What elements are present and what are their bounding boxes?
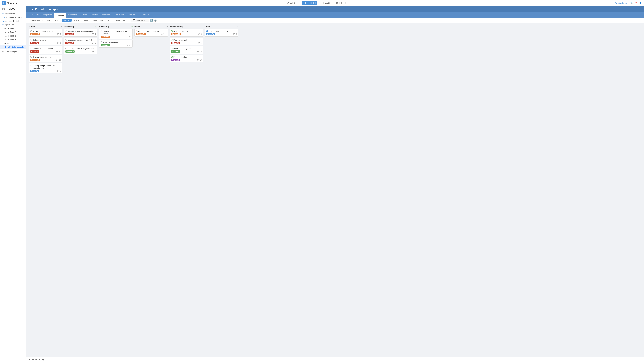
- card-title-text: Improve Super-X system: [32, 47, 53, 50]
- sidebar-item-01-demo[interactable]: ▼ 01 - Demo Portfolio: [0, 15, 26, 19]
- card-sp: SP: 13: [196, 51, 202, 52]
- tree-line-icon: └: [3, 46, 4, 48]
- search-icon[interactable]: 🔍: [630, 2, 633, 4]
- col-title-ready: Ready: [134, 26, 140, 28]
- sidebar-item-label: Agile Team 4: [5, 38, 16, 40]
- card-radio-frequency[interactable]: Radio-frequency heating CristinaM SP: 5: [29, 29, 62, 36]
- tab-raci[interactable]: RACI: [106, 19, 114, 22]
- nav-my-work[interactable]: MY WORK: [285, 1, 298, 5]
- card-produce-deuterium[interactable]: Produce Deuterium MichaelS SP: 21: [99, 40, 133, 47]
- redo-icon[interactable]: ↪: [35, 358, 37, 361]
- sidebar-item-agile-team-3[interactable]: ├ Agile Team 3: [0, 34, 26, 38]
- tab-epics[interactable]: Epics: [53, 19, 61, 22]
- help-icon[interactable]: ❓: [635, 2, 638, 4]
- col-header-implementing: Implementing 4/5: [170, 25, 203, 29]
- card-title-text: Radio-frequency heating: [32, 30, 53, 32]
- print-icon[interactable]: 🖨️: [154, 19, 157, 22]
- back-icon[interactable]: ◀: [42, 358, 44, 361]
- add-icon[interactable]: ⊕: [38, 358, 40, 361]
- nav-reports[interactable]: REPORTS: [335, 1, 347, 5]
- card-circle-icon: [30, 39, 32, 40]
- card-implement-final[interactable]: Implement final solenoid magnet ChangW S…: [64, 29, 98, 36]
- card-footer: CristinaM SP: 5: [171, 33, 202, 35]
- tab-kanban[interactable]: Kanban: [62, 19, 72, 22]
- card-assignee: ChangW: [66, 42, 74, 44]
- user-menu[interactable]: Administrator ▾: [615, 2, 628, 4]
- tab-discussions[interactable]: Discussions: [126, 12, 141, 17]
- nav-portfolios[interactable]: PORTFOLIOS: [302, 1, 317, 5]
- tab-properties[interactable]: Properties: [41, 12, 54, 17]
- card-assignee: MichaelS: [171, 59, 180, 61]
- card-title-text: Implement final solenoid magnet: [68, 30, 94, 32]
- card-test-magnetic-xp4[interactable]: Test magnetic field XP4 ChangW SP: 8: [205, 29, 238, 36]
- tab-milestones[interactable]: Milestones: [114, 19, 127, 22]
- tab-meetings[interactable]: Meetings: [100, 12, 112, 17]
- toolbar-separator: [129, 19, 129, 22]
- card-develop-basic-solenoid[interactable]: Develop basic solenoid CristinaM SP: 13: [29, 55, 62, 62]
- card-stabilize-plasma[interactable]: Stabilize plasma ChangW SP: 8: [29, 37, 62, 45]
- card-circle-icon: [30, 47, 32, 49]
- sidebar-item-all-portfolios[interactable]: ▼ All Portfolios: [0, 12, 26, 15]
- sidebar-item-agile-team-1[interactable]: ├ Agile Team 1: [0, 27, 26, 30]
- tab-planning[interactable]: Planning: [54, 13, 66, 17]
- undo-icon[interactable]: ↩: [32, 358, 34, 361]
- card-reduce-heating[interactable]: Reduce heating with Super-X system Crist…: [99, 29, 133, 39]
- user-icon[interactable]: 👤: [640, 2, 642, 4]
- folder-icon: ▼: [2, 13, 4, 15]
- card-develop-tokamak[interactable]: ↻ Develop Tokamak CristinaM SP: 5: [170, 29, 203, 36]
- card-neutral-beam[interactable]: ↻ Neutral-beam injection MichaelS SP: 13: [170, 46, 203, 54]
- card-plasma-research[interactable]: ↻ Plasma research ChangW SP: 5: [170, 37, 203, 45]
- card-assignee: MichaelS: [100, 44, 110, 46]
- sidebar-item-agile-team-2[interactable]: ├ Agile Team 2: [0, 30, 26, 34]
- card-sp: SP: 2: [92, 42, 96, 44]
- card-improve-superx[interactable]: Improve Super-X system ChangW SP: 21: [29, 46, 62, 54]
- card-title-text: Stabilize plasma: [32, 39, 46, 41]
- tab-documents[interactable]: Documents: [112, 12, 126, 17]
- tab-costs[interactable]: Costs: [72, 19, 81, 22]
- card-develop-compressed[interactable]: Develop compressed radio magnetic field …: [29, 63, 62, 73]
- tab-risks[interactable]: Risks: [82, 19, 90, 22]
- sidebar-item-art-1[interactable]: ├ ART 1: [0, 41, 26, 45]
- tab-controlling[interactable]: Controlling: [66, 12, 80, 17]
- card-assignee: MichaelS: [66, 50, 75, 53]
- sidebar-item-agile-team-4[interactable]: ├ Agile Team 4: [0, 38, 26, 41]
- card-implement-magnetic-xp3[interactable]: Implement magnetic field XP3 ChangW SP: …: [64, 37, 98, 45]
- col-body-analyzing: Reduce heating with Super-X system Crist…: [99, 29, 133, 355]
- tab-todos[interactable]: To-Dos: [90, 12, 100, 17]
- info-icon[interactable]: ℹ️: [150, 19, 153, 22]
- nav-teams[interactable]: TEAMS: [321, 1, 331, 5]
- top-nav: P Planforge MY WORK PORTFOLIOS TEAMS REP…: [0, 0, 644, 6]
- card-develop-powerful[interactable]: Develop powerful magnetic field MichaelS…: [64, 46, 98, 54]
- card-circle-icon: ↻: [171, 39, 173, 40]
- card-develop-iron-solenoid[interactable]: ➤ Develop Iron core solenoid CristinaM S…: [134, 29, 168, 36]
- card-title: Stabilize plasma: [30, 39, 61, 41]
- tab-stream[interactable]: Stream: [141, 12, 151, 17]
- col-header-funnel: Funnel 5: [29, 25, 62, 29]
- tab-overview[interactable]: Overview: [29, 12, 41, 17]
- sidebar-item-label: Agile & SAFe: [4, 24, 16, 26]
- tab-stakeholders[interactable]: Stakeholders: [90, 19, 105, 22]
- card-footer: MichaelS SP: 21: [100, 44, 131, 46]
- card-footer: CristinaM SP: 5: [100, 36, 131, 38]
- sidebar-item-02-your[interactable]: ▶ 02 - Your Portfolio: [0, 19, 26, 23]
- cursor-icon[interactable]: ▶: [29, 358, 30, 361]
- card-plasma-injection[interactable]: ↻ Plasma injection MichaelS SP: 13: [170, 55, 203, 62]
- sidebar-header: PORTFOLIOS: [0, 6, 26, 12]
- sidebar-item-label: All Portfolios: [4, 13, 15, 15]
- card-title-text: Develop Iron core solenoid: [138, 30, 160, 32]
- card-circle-icon: [100, 41, 102, 43]
- tab-status[interactable]: Status: [80, 12, 90, 17]
- sidebar-item-deleted-projects[interactable]: 🗑 Deleted Projects: [0, 50, 26, 53]
- card-circle-icon: ↻: [171, 47, 173, 49]
- card-title-text: Develop basic solenoid: [32, 56, 52, 58]
- save-version-button[interactable]: 💾 Save Version: [131, 18, 149, 22]
- sidebar-item-agile-safe[interactable]: ▼ Agile & SAFe: [0, 23, 26, 27]
- card-assignee: MichaelS: [171, 50, 180, 53]
- tab-wbs[interactable]: Work Breakdown (WBS): [29, 19, 52, 22]
- card-assignee: CristinaM: [30, 33, 40, 35]
- toolbar-tabs: Work Breakdown (WBS) Epics Kanban Costs …: [29, 19, 127, 22]
- logo: P Planforge: [2, 1, 18, 5]
- sidebar-item-epic-portfolio[interactable]: └ Epic Portfolio Example: [0, 45, 26, 49]
- col-body-funnel: Radio-frequency heating CristinaM SP: 5 …: [29, 29, 62, 355]
- doc-icon: ▼: [3, 16, 5, 18]
